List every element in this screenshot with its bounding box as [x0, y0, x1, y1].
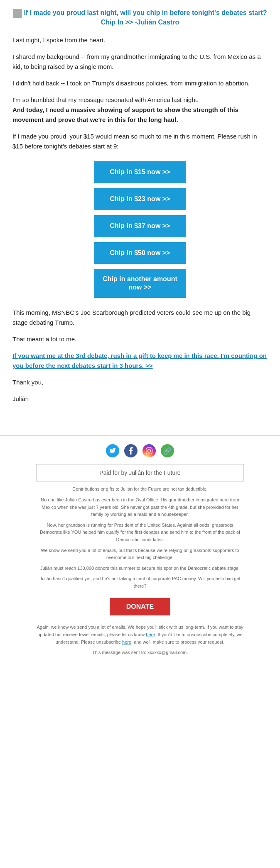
header-title: If I made you proud last night, will you… [24, 9, 267, 26]
footer-disclaimers: Contributions or gifts to Julián for the… [36, 486, 244, 590]
here-link-1[interactable]: here [146, 632, 155, 637]
chip-buttons-section: Chip in $15 now >> Chip in $23 now >> Ch… [12, 161, 268, 298]
para5: If I made you proud, your $15 would mean… [12, 131, 268, 151]
para4: I'm so humbled that my message resonated… [12, 95, 268, 125]
cta-paragraph: If you want me at the 3rd debate, rush i… [12, 351, 268, 371]
para1: Last night, I spoke from the heart. [12, 35, 268, 45]
disclaimer2: No one like Julián Castro has ever been … [36, 496, 244, 518]
para7: That meant a lot to me. [12, 334, 268, 344]
sent-to: This message was sent to: xxxxxx@gmail.c… [36, 649, 244, 656]
disclaimer4: We know we send you a lot of emails, but… [36, 547, 244, 562]
twitter-icon[interactable] [106, 444, 119, 457]
facebook-icon[interactable] [124, 444, 138, 457]
chip-50-button[interactable]: Chip in $50 now >> [94, 242, 186, 264]
header-image-placeholder [13, 9, 22, 18]
chip-23-button[interactable]: Chip in $23 now >> [94, 188, 186, 210]
para4-intro: I'm so humbled that my message resonated… [12, 96, 199, 103]
header-link[interactable]: If I made you proud last night, will you… [12, 8, 268, 27]
para3: I didn't hold back -- I took on Trump's … [12, 78, 268, 88]
chip-other-button[interactable]: Chip in another amount now >> [94, 269, 186, 298]
cta-link[interactable]: If you want me at the 3rd debate, rush i… [12, 352, 267, 369]
chip-15-button[interactable]: Chip in $15 now >> [94, 161, 186, 183]
disclaimer3: Now, her grandson is running for Preside… [36, 522, 244, 544]
footer-section: 🔗 Paid for by Julián for the Future Cont… [0, 435, 280, 656]
donate-button[interactable]: DONATE [110, 598, 170, 615]
paid-for-text: Paid for by Julián for the Future [99, 469, 180, 476]
thank-you: Thank you, [12, 377, 268, 387]
disclaimer6: Julián hasn't qualified yet, and he's no… [36, 575, 244, 590]
disclaimer5: Julián must reach 130,000 donors this su… [36, 565, 244, 572]
disclaimer1: Contributions or gifts to Julián for the… [36, 486, 244, 493]
disclaimer7: Again, we know we send you a lot of emai… [36, 624, 244, 646]
instagram-icon[interactable] [142, 444, 156, 457]
chip-37-button[interactable]: Chip in $37 now >> [94, 215, 186, 237]
here-link-2[interactable]: here [122, 639, 131, 644]
para2: I shared my background -- from my grandm… [12, 52, 268, 72]
social-icons: 🔗 [0, 444, 280, 457]
para6: This morning, MSNBC's Joe Scarborough pr… [12, 308, 268, 328]
signature: Julián [12, 394, 268, 404]
paid-for-box: Paid for by Julián for the Future [36, 464, 244, 481]
para4-bold: And today, I need a massive showing of s… [12, 106, 238, 123]
external-link-icon[interactable]: 🔗 [161, 444, 174, 457]
footer-unsubscribe: Again, we know we send you a lot of emai… [36, 624, 244, 656]
